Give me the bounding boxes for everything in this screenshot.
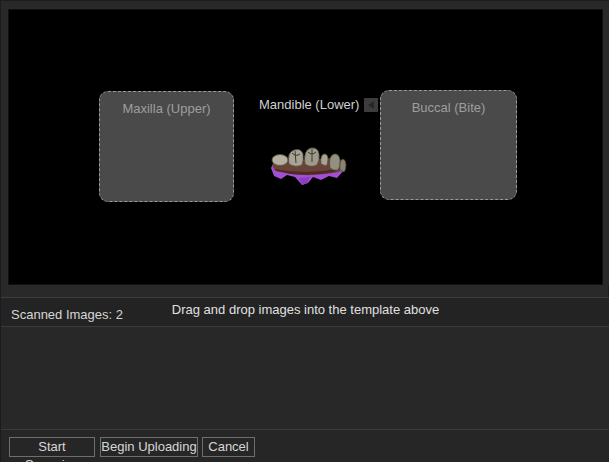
mandible-prev-button[interactable] — [364, 98, 378, 112]
left-arrow-icon — [368, 101, 374, 109]
maxilla-slot-label: Maxilla (Upper) — [122, 101, 210, 116]
drag-drop-hint: Drag and drop images into the template a… — [172, 302, 439, 317]
start-scanning-button[interactable]: Start Scanning — [9, 437, 95, 457]
begin-uploading-button[interactable]: Begin Uploading — [100, 437, 198, 457]
action-bar: Start Scanning Begin Uploading Cancel — [1, 429, 609, 462]
buccal-slot-label: Buccal (Bite) — [412, 100, 486, 115]
maxilla-drop-slot[interactable]: Maxilla (Upper) — [99, 91, 234, 202]
mandible-slot-label: Mandible (Lower) — [259, 97, 359, 112]
scan-template-canvas: Maxilla (Upper) Mandible (Lower) — [8, 9, 603, 285]
image-list-panel — [1, 327, 609, 429]
scan-template-window: Maxilla (Upper) Mandible (Lower) — [0, 0, 609, 462]
mandible-slot-header: Mandible (Lower) — [259, 97, 394, 112]
status-bar: Scanned Images: 2 Drag and drop images i… — [1, 297, 609, 327]
canvas-frame: Maxilla (Upper) Mandible (Lower) — [1, 1, 609, 286]
buccal-drop-slot[interactable]: Buccal (Bite) — [380, 90, 517, 200]
mandible-scan-model[interactable] — [269, 144, 347, 188]
scanned-images-count: Scanned Images: 2 — [11, 307, 123, 322]
cancel-button[interactable]: Cancel — [202, 437, 255, 457]
